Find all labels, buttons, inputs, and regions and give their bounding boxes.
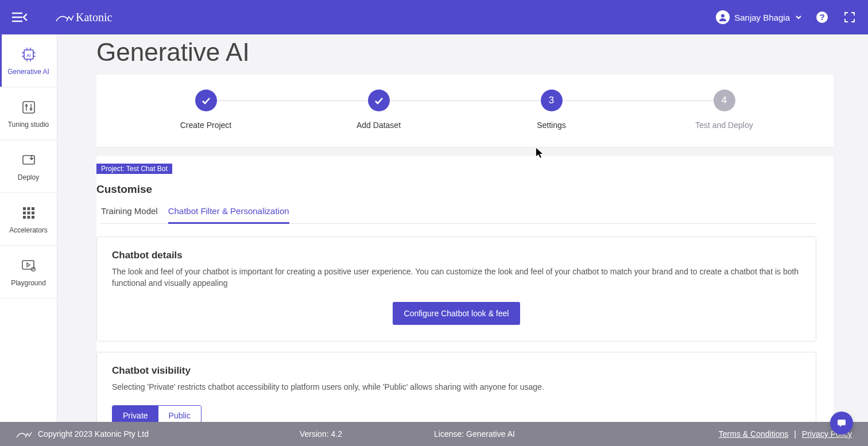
step-settings[interactable]: 3 Settings [465, 90, 638, 130]
content-card: Project: Test Chat Bot Customise Trainin… [96, 156, 834, 422]
step-add-dataset[interactable]: Add Dataset [292, 90, 465, 130]
panel-description: The look and feel of your chatbot is imp… [112, 266, 801, 289]
sidebar-item-deploy[interactable]: Deploy [0, 140, 57, 193]
svg-rect-24 [23, 207, 26, 210]
configure-chatbot-button[interactable]: Configure Chatbot look & feel [393, 302, 521, 325]
grid-icon [20, 204, 37, 222]
svg-text:?: ? [819, 12, 824, 22]
user-menu[interactable]: Sanjay Bhagia [716, 10, 803, 24]
panel-title: Chatbot visibility [112, 365, 801, 377]
tab-bar: Training Model Chatbot Filter & Personal… [101, 206, 816, 224]
sidebar-item-label: Generative AI [7, 68, 49, 76]
progress-stepper: Create Project Add Dataset 3 Settings 4 … [119, 90, 811, 130]
topbar: Katonic Sanjay Bhagia ? [0, 0, 868, 34]
svg-rect-29 [32, 211, 34, 214]
visibility-private-option[interactable]: Private [113, 406, 158, 422]
step-number: 4 [714, 90, 735, 111]
visibility-toggle: Private Public [112, 405, 202, 422]
svg-text:AI: AI [26, 53, 31, 58]
svg-rect-40 [838, 420, 846, 425]
footer-license: License: Generative AI [434, 429, 515, 439]
panel-title: Chatbot details [112, 250, 801, 261]
svg-rect-31 [27, 216, 30, 219]
sidebar-item-label: Tuning studio [8, 121, 49, 129]
fullscreen-button[interactable] [842, 9, 858, 25]
svg-rect-28 [27, 211, 30, 214]
customise-heading: Customise [96, 183, 816, 196]
step-label: Settings [537, 121, 566, 130]
avatar-icon [716, 10, 730, 24]
footer-divider: | [794, 429, 796, 439]
svg-text:Katonic: Katonic [76, 11, 112, 24]
ai-chip-icon: AI [20, 46, 37, 63]
panel-description: Selecting 'Private' restricts chatbot ac… [112, 381, 801, 393]
sidebar-item-playground[interactable]: Playground [0, 246, 57, 298]
svg-rect-25 [27, 207, 30, 210]
deploy-icon [20, 152, 37, 169]
step-test-deploy[interactable]: 4 Test and Deploy [638, 90, 811, 130]
check-icon [368, 90, 390, 111]
help-button[interactable]: ? [814, 9, 830, 25]
step-label: Test and Deploy [695, 121, 753, 130]
sidebar-item-label: Accelerators [9, 226, 48, 234]
sidebar: AI Generative AI Tuning studio Deploy [0, 34, 57, 422]
tab-training-model[interactable]: Training Model [101, 206, 158, 223]
sidebar-item-label: Deploy [18, 173, 39, 181]
visibility-public-option[interactable]: Public [158, 406, 201, 422]
brand-logo[interactable]: Katonic [55, 9, 130, 26]
svg-rect-17 [23, 102, 34, 113]
svg-marker-34 [27, 263, 30, 267]
main-content: Generative AI Create Project Add Dataset… [57, 34, 868, 422]
footer-logo-icon [16, 428, 32, 440]
page-title: Generative AI [96, 38, 834, 67]
sidebar-item-accelerators[interactable]: Accelerators [0, 193, 57, 246]
footer-copyright: Copyright 2023 Katonic Pty Ltd [38, 429, 149, 439]
check-icon [195, 90, 217, 111]
svg-rect-30 [23, 216, 26, 219]
stepper-card: Create Project Add Dataset 3 Settings 4 … [96, 75, 834, 147]
tab-label: Training Model [101, 206, 158, 216]
step-label: Create Project [180, 121, 231, 130]
menu-icon [12, 11, 27, 23]
fullscreen-icon [844, 11, 855, 23]
help-icon: ? [815, 10, 829, 24]
user-name-label: Sanjay Bhagia [734, 13, 790, 22]
svg-marker-41 [840, 425, 842, 427]
step-create-project[interactable]: Create Project [119, 90, 292, 130]
chat-support-button[interactable] [830, 412, 853, 435]
sidebar-item-label: Playground [11, 279, 46, 287]
panel-chatbot-details: Chatbot details The look and feel of you… [96, 236, 816, 342]
sidebar-item-generative-ai[interactable]: AI Generative AI [0, 34, 57, 87]
tuning-icon [20, 99, 37, 116]
svg-rect-27 [23, 211, 26, 214]
footer-terms-link[interactable]: Terms & Conditions [719, 429, 788, 439]
tab-chatbot-filter-personalization[interactable]: Chatbot Filter & Personalization [168, 206, 289, 223]
tab-label: Chatbot Filter & Personalization [168, 206, 289, 216]
panel-chatbot-visibility: Chatbot visibility Selecting 'Private' r… [96, 352, 816, 422]
svg-rect-26 [32, 207, 34, 210]
svg-rect-22 [23, 156, 34, 164]
footer: Copyright 2023 Katonic Pty Ltd Version: … [0, 422, 868, 446]
step-label: Add Dataset [356, 121, 401, 130]
footer-version: Version: 4.2 [300, 429, 342, 439]
svg-point-4 [721, 14, 724, 18]
menu-toggle-button[interactable] [10, 8, 29, 26]
play-gear-icon [20, 257, 37, 274]
step-number: 3 [541, 90, 563, 111]
project-badge: Project: Test Chat Bot [96, 164, 172, 174]
chevron-down-icon [795, 13, 803, 21]
katonic-logo-icon: Katonic [55, 9, 130, 26]
svg-rect-32 [32, 216, 34, 219]
sidebar-item-tuning-studio[interactable]: Tuning studio [0, 87, 57, 140]
chat-icon [836, 417, 847, 429]
